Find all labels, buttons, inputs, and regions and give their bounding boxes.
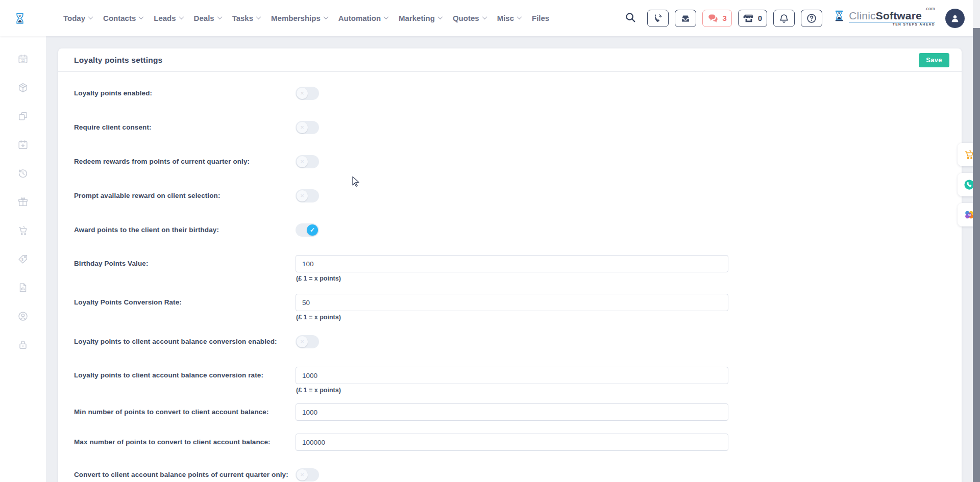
nav-item-leads[interactable]: Leads [154,14,183,22]
field-helper: (£ 1 = x points) [296,387,949,394]
sidebar-item-history[interactable] [17,168,29,179]
nav-item-automation[interactable]: Automation [338,14,388,22]
loyalty-points-enabled-toggle[interactable]: × [296,87,319,100]
gift-icon [17,196,29,208]
sidebar-item-clients[interactable] [17,311,29,322]
brand-clinic: Clinic [849,10,876,21]
field-label: Award points to the client on their birt… [74,226,296,234]
notifications-button[interactable] [773,10,795,27]
field-helper: (£ 1 = x points) [296,314,949,321]
prompt-available-reward-toggle[interactable]: × [296,189,319,202]
field-control [296,403,949,427]
birthday-points-value-input[interactable] [296,255,728,272]
settings-form: Loyalty points enabled:×Require client c… [58,72,962,482]
inbox-button[interactable] [675,10,696,27]
search-icon[interactable] [625,12,638,25]
scrollbar-thumb[interactable] [973,28,980,482]
toggle-knob: × [297,88,308,99]
nav-item-quotes[interactable]: Quotes [453,14,486,22]
save-button[interactable]: Save [919,53,949,67]
form-row-balance-conversion-rate: Loyalty points to client account balance… [74,359,949,397]
nav-item-label: Deals [194,14,214,22]
nav-item-today[interactable]: Today [63,14,92,22]
field-label: Loyalty points to client account balance… [74,338,296,345]
chat-button[interactable]: 3 [702,10,731,27]
chevron-down-icon [323,14,328,19]
field-label: Loyalty Points Conversion Rate: [74,294,296,324]
store-button[interactable]: 0 [738,10,767,27]
nav-item-contacts[interactable]: Contacts [103,14,143,22]
page-title: Loyalty points settings [74,56,162,65]
left-sidebar: 12$ [0,36,46,482]
max-points-to-convert-input[interactable] [296,434,728,451]
field-control: × [296,468,949,481]
field-control: × [296,189,949,202]
form-row-award-birthday-points: Award points to the client on their birt… [74,213,949,247]
sidebar-item-calendar[interactable]: 12 [17,54,29,65]
chevron-down-icon [88,14,93,19]
toggle-knob: × [297,156,308,167]
nav-item-deals[interactable]: Deals [194,14,222,22]
nav-item-files[interactable]: Files [532,14,549,22]
history-icon [17,168,29,179]
chevron-down-icon [217,14,222,19]
hourglass-logo-icon[interactable] [14,7,32,30]
chat-badge: 3 [722,14,726,22]
sidebar-item-shop[interactable] [17,225,29,236]
require-client-consent-toggle[interactable]: × [296,121,319,134]
sidebar-item-pricing[interactable]: $ [17,253,29,265]
sidebar-item-gift-vouchers[interactable] [17,196,29,208]
form-row-max-points-to-convert: Max number of points to convert to clien… [74,427,949,458]
clinicsoftware-logo[interactable]: ClinicSoftware .com TEN STEPS AHEAD [834,10,935,27]
sidebar-item-reports[interactable] [17,282,29,293]
balance-conversion-rate-input[interactable] [296,367,728,384]
top-navbar: TodayContactsLeadsDealsTasksMembershipsA… [0,0,980,36]
field-control: × [296,121,949,134]
nav-actions-area: 30 ClinicSoftware .com TEN STEPS AHEAD [625,9,980,28]
store-badge: 0 [758,14,762,22]
svg-text:AI: AI [968,213,971,216]
user-avatar[interactable] [945,9,965,28]
page-scrollbar[interactable] [973,0,980,482]
award-birthday-points-toggle[interactable]: ✓ [296,223,319,237]
chevron-down-icon [438,14,443,19]
convert-current-quarter-only-toggle[interactable]: × [296,468,319,481]
cart-icon [17,225,29,236]
help-button[interactable] [801,10,822,27]
field-label: Birthday Points Value: [74,255,296,286]
nav-item-label: Files [532,14,549,22]
toggle-knob: × [297,336,308,347]
redeem-current-quarter-only-toggle[interactable]: × [296,155,319,168]
phone-button[interactable] [647,10,669,27]
nav-item-misc[interactable]: Misc [497,14,521,22]
nav-item-memberships[interactable]: Memberships [271,14,328,22]
chevron-down-icon [139,14,144,19]
sidebar-item-security[interactable] [17,339,29,350]
store-icon [743,13,754,24]
field-label: Loyalty points to client account balance… [74,367,296,397]
form-row-redeem-current-quarter-only: Redeem rewards from points of current qu… [74,144,949,179]
loyalty-points-conversion-rate-input[interactable] [296,294,728,311]
nav-item-label: Today [63,14,85,22]
field-control: ✓ [296,223,949,237]
toggle-knob: × [297,190,308,201]
form-row-min-points-to-convert: Min number of points to convert to clien… [74,397,949,427]
balance-conversion-enabled-toggle[interactable]: × [296,335,319,348]
sidebar-item-duplicates[interactable] [17,111,29,122]
sidebar-item-products[interactable] [17,82,29,93]
nav-item-label: Leads [154,14,176,22]
field-label: Min number of points to convert to clien… [74,403,296,427]
nav-item-marketing[interactable]: Marketing [399,14,442,22]
sidebar-item-bookings[interactable] [17,139,29,150]
nav-actions: 30 [647,10,822,27]
nav-item-label: Marketing [399,14,435,22]
min-points-to-convert-input[interactable] [296,403,728,421]
form-row-require-client-consent: Require client consent:× [74,110,949,144]
field-control: (£ 1 = x points) [296,294,949,324]
svg-text:$: $ [21,258,23,262]
chevron-down-icon [482,14,487,19]
nav-item-label: Quotes [453,14,479,22]
chevron-down-icon [256,14,261,19]
nav-item-tasks[interactable]: Tasks [232,14,260,22]
user-circle-icon [17,311,29,322]
